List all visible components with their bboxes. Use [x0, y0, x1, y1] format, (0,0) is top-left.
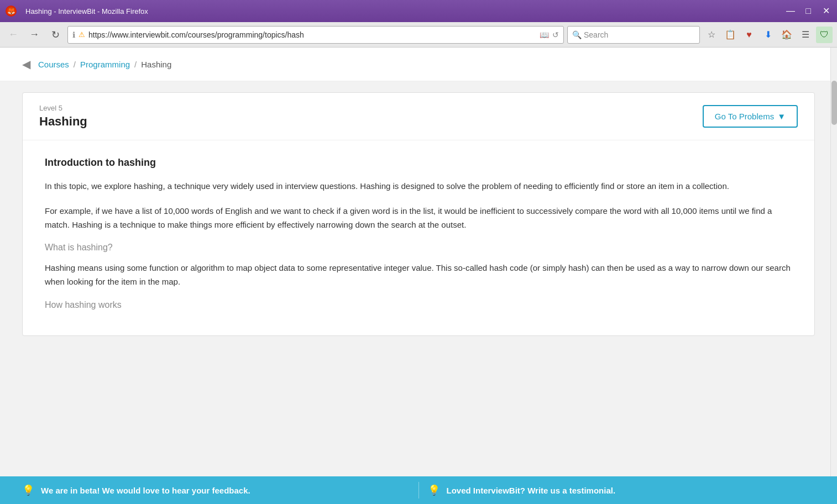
close-button[interactable]: ✕ — [820, 7, 831, 15]
reader-icon: 📖 — [540, 30, 549, 39]
info-icon: ℹ — [72, 30, 75, 39]
home-button[interactable]: 🏠 — [778, 27, 795, 43]
card-header: Level 5 Hashing Go To Problems ▼ — [23, 93, 814, 140]
toolbar-icons: ☆ 📋 ♥ ⬇ 🏠 ☰ 🛡 — [703, 27, 833, 43]
maximize-button[interactable]: □ — [803, 7, 814, 15]
bottom-bar: 💡 We are in beta! We would love to hear … — [0, 476, 837, 504]
dropdown-chevron-icon: ▼ — [777, 112, 786, 121]
goto-problems-label: Go To Problems — [715, 112, 774, 121]
breadcrumb-courses-link[interactable]: Courses — [38, 60, 69, 69]
forward-button[interactable]: → — [25, 26, 43, 44]
topic-info: Level 5 Hashing — [39, 104, 87, 129]
beta-text: We are in beta! We would love to hear yo… — [41, 486, 250, 495]
breadcrumb-sep-1: / — [74, 60, 76, 69]
card-body: Introduction to hashing In this topic, w… — [23, 140, 814, 335]
beta-icon: 💡 — [22, 484, 34, 496]
minimize-button[interactable]: — — [785, 7, 796, 15]
url-text: https://www.interviewbit.com/courses/pro… — [88, 30, 536, 39]
search-box[interactable]: 🔍 Search — [567, 26, 700, 44]
back-arrow-icon[interactable]: ◀ — [22, 57, 30, 71]
topic-title: Hashing — [39, 114, 87, 129]
page-content: ◀ Courses / Programming / Hashing Level … — [0, 48, 837, 476]
refresh-button[interactable]: ↻ — [46, 26, 64, 44]
how-heading: How hashing works — [45, 300, 792, 310]
breadcrumb: ◀ Courses / Programming / Hashing — [0, 48, 837, 81]
bookmarks-button[interactable]: 📋 — [722, 27, 739, 43]
extension-button[interactable]: 🛡 — [816, 27, 833, 43]
level-label: Level 5 — [39, 104, 87, 112]
titlebar-controls: — □ ✕ — [785, 7, 831, 15]
breadcrumb-sep-2: / — [134, 60, 137, 69]
main-card: Level 5 Hashing Go To Problems ▼ Introdu… — [22, 92, 815, 336]
address-bar[interactable]: ℹ ⚠ https://www.interviewbit.com/courses… — [67, 26, 564, 44]
browser-toolbar: ← → ↻ ℹ ⚠ https://www.interviewbit.com/c… — [0, 22, 837, 48]
bottom-left-section: 💡 We are in beta! We would love to hear … — [22, 484, 410, 496]
bottom-right-section: 💡 Loved InterviewBit? Write us a testimo… — [428, 484, 815, 496]
breadcrumb-programming-link[interactable]: Programming — [80, 60, 130, 69]
back-button[interactable]: ← — [4, 26, 22, 44]
bottom-divider — [418, 482, 419, 498]
intro-paragraph-1: In this topic, we explore hashing, a tec… — [45, 180, 792, 193]
goto-problems-button[interactable]: Go To Problems ▼ — [703, 105, 798, 128]
search-icon: 🔍 — [572, 30, 582, 39]
breadcrumb-current: Hashing — [141, 60, 171, 69]
bookmark-star-button[interactable]: ☆ — [703, 27, 720, 43]
intro-heading: Introduction to hashing — [45, 157, 792, 169]
what-heading: What is hashing? — [45, 243, 792, 253]
what-paragraph: Hashing means using some function or alg… — [45, 261, 792, 289]
titlebar: 🦊 Hashing - InterviewBit - Mozilla Firef… — [0, 0, 837, 22]
scrollbar-thumb[interactable] — [831, 81, 837, 125]
scrollbar[interactable] — [830, 48, 837, 476]
intro-paragraph-2: For example, if we have a list of 10,000… — [45, 204, 792, 232]
firefox-icon: 🦊 — [6, 6, 17, 17]
search-placeholder: Search — [584, 30, 608, 39]
testimonial-text: Loved InterviewBit? Write us a testimoni… — [447, 486, 616, 495]
pocket-button[interactable]: ♥ — [741, 27, 757, 43]
testimonial-icon: 💡 — [428, 484, 440, 496]
download-button[interactable]: ⬇ — [760, 27, 776, 43]
browser-title: Hashing - InterviewBit - Mozilla Firefox — [25, 7, 781, 15]
lock-icon: ⚠ — [79, 30, 85, 39]
reload-icon: ↺ — [552, 30, 559, 39]
menu-button[interactable]: ☰ — [797, 27, 814, 43]
